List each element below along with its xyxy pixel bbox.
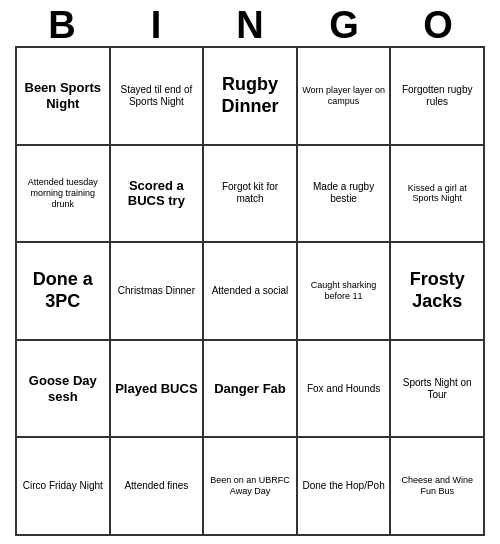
cell-text: Attended fines [114,480,200,492]
cell-text: Attended a social [207,285,293,297]
bingo-cell: Kissed a girl at Sports Night [390,145,484,243]
cell-text: Done a 3PC [20,269,106,312]
cell-text: Rugby Dinner [207,74,293,117]
bingo-cell: Cheese and Wine Fun Bus [390,437,484,535]
bingo-cell: Scored a BUCS try [110,145,204,243]
bingo-cell: Played BUCS [110,340,204,438]
bingo-letter: G [300,6,388,44]
cell-text: Fox and Hounds [301,383,387,395]
cell-text: Done the Hop/Poh [301,480,387,492]
cell-text: Cheese and Wine Fun Bus [394,475,480,497]
bingo-cell: Forgotten rugby rules [390,47,484,145]
cell-text: Been Sports Night [20,80,106,111]
cell-text: Goose Day sesh [20,373,106,404]
cell-text: Forgot kit for match [207,181,293,205]
bingo-grid: Been Sports NightStayed til end of Sport… [15,46,485,536]
bingo-cell: Stayed til end of Sports Night [110,47,204,145]
cell-text: Christmas Dinner [114,285,200,297]
cell-text: Frosty Jacks [394,269,480,312]
bingo-cell: Made a rugby bestie [297,145,391,243]
cell-text: Scored a BUCS try [114,178,200,209]
bingo-cell: Forgot kit for match [203,145,297,243]
cell-text: Forgotten rugby rules [394,84,480,108]
bingo-cell: Attended a social [203,242,297,340]
bingo-cell: Goose Day sesh [16,340,110,438]
cell-text: Attended tuesday morning training drunk [20,177,106,209]
cell-text: Worn player layer on campus [301,85,387,107]
cell-text: Kissed a girl at Sports Night [394,183,480,205]
bingo-cell: Rugby Dinner [203,47,297,145]
bingo-cell: Caught sharking before 11 [297,242,391,340]
cell-text: Danger Fab [207,381,293,397]
bingo-cell: Been on an UBRFC Away Day [203,437,297,535]
cell-text: Made a rugby bestie [301,181,387,205]
bingo-letter: I [112,6,200,44]
bingo-cell: Done a 3PC [16,242,110,340]
bingo-cell: Been Sports Night [16,47,110,145]
cell-text: Caught sharking before 11 [301,280,387,302]
bingo-cell: Attended fines [110,437,204,535]
cell-text: Circo Friday Night [20,480,106,492]
bingo-cell: Circo Friday Night [16,437,110,535]
bingo-cell: Attended tuesday morning training drunk [16,145,110,243]
cell-text: Sports Night on Tour [394,377,480,401]
bingo-letter: B [18,6,106,44]
bingo-letter: O [394,6,482,44]
bingo-header: BINGO [15,0,485,46]
bingo-cell: Christmas Dinner [110,242,204,340]
cell-text: Played BUCS [114,381,200,397]
bingo-cell: Worn player layer on campus [297,47,391,145]
bingo-cell: Done the Hop/Poh [297,437,391,535]
cell-text: Been on an UBRFC Away Day [207,475,293,497]
bingo-letter: N [206,6,294,44]
cell-text: Stayed til end of Sports Night [114,84,200,108]
bingo-cell: Fox and Hounds [297,340,391,438]
bingo-cell: Sports Night on Tour [390,340,484,438]
bingo-cell: Danger Fab [203,340,297,438]
bingo-cell: Frosty Jacks [390,242,484,340]
